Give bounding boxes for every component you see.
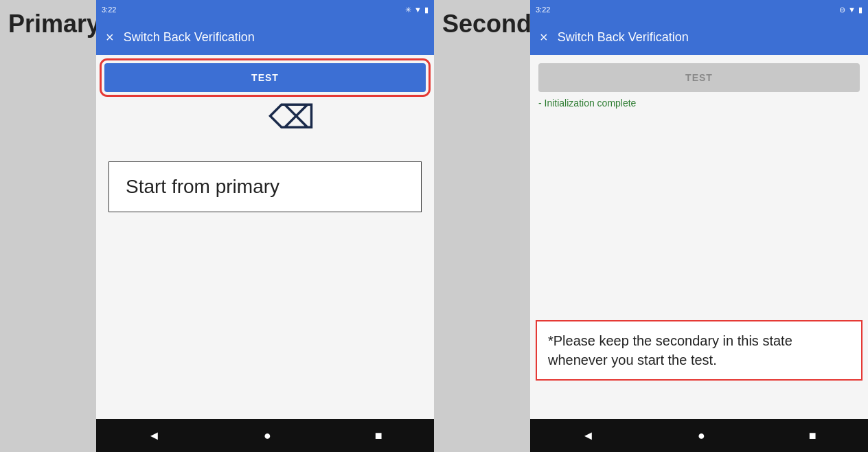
primary-label: Primary — [0, 0, 96, 452]
primary-recent-button[interactable]: ■ — [375, 429, 382, 443]
cursor-hand-icon: ⌫ — [269, 98, 315, 136]
primary-bottom-nav: ◄ ● ■ — [96, 419, 434, 452]
secondary-label: Secondary — [434, 0, 530, 452]
primary-app-title: Switch Back Verification — [124, 30, 255, 45]
secondary-app-bar: × Switch Back Verification — [530, 19, 868, 55]
primary-status-icons: ✳ ▼ ▮ — [405, 5, 429, 14]
secondary-app-title: Switch Back Verification — [558, 30, 689, 45]
secondary-status-bar: 3:22 ⊖ ▼ ▮ — [530, 0, 868, 19]
secondary-bt-icon: ⊖ — [839, 5, 845, 14]
wifi-icon: ▼ — [414, 5, 422, 14]
bt-icon: ✳ — [405, 5, 411, 14]
primary-content: TEST ⌫ Start from primary — [96, 55, 434, 419]
primary-home-button[interactable]: ● — [264, 429, 271, 443]
secondary-status-icons: ⊖ ▼ ▮ — [839, 5, 863, 14]
secondary-recent-button[interactable]: ■ — [809, 429, 816, 443]
primary-app-bar: × Switch Back Verification — [96, 19, 434, 55]
secondary-panel: Secondary 3:22 ⊖ ▼ ▮ × Switch Back Verif… — [434, 0, 868, 452]
secondary-signal-icon: ▮ — [858, 5, 863, 14]
primary-back-button[interactable]: ◄ — [148, 429, 160, 443]
primary-close-button[interactable]: × — [106, 30, 114, 45]
primary-test-button[interactable]: TEST — [104, 63, 426, 92]
primary-phone-frame: 3:22 ✳ ▼ ▮ × Switch Back Verification TE… — [96, 0, 434, 452]
secondary-wifi-icon: ▼ — [848, 5, 856, 14]
start-from-primary-box: Start from primary — [108, 161, 422, 212]
secondary-close-button[interactable]: × — [540, 30, 548, 45]
primary-status-time: 3:22 — [102, 5, 116, 14]
init-complete-text: - Initialization complete — [538, 98, 860, 109]
signal-icon: ▮ — [424, 5, 429, 14]
secondary-test-button: TEST — [538, 63, 860, 92]
primary-panel: Primary 3:22 ✳ ▼ ▮ × Switch Back Verific… — [0, 0, 434, 452]
annotation-box: *Please keep the secondary in this state… — [536, 320, 863, 381]
secondary-status-time: 3:22 — [536, 5, 550, 14]
secondary-back-button[interactable]: ◄ — [582, 429, 594, 443]
primary-status-bar: 3:22 ✳ ▼ ▮ — [96, 0, 434, 19]
secondary-phone-frame: 3:22 ⊖ ▼ ▮ × Switch Back Verification TE… — [530, 0, 868, 452]
secondary-home-button[interactable]: ● — [698, 429, 705, 443]
secondary-bottom-nav: ◄ ● ■ — [530, 419, 868, 452]
secondary-content: TEST - Initialization complete *Please k… — [530, 55, 868, 419]
